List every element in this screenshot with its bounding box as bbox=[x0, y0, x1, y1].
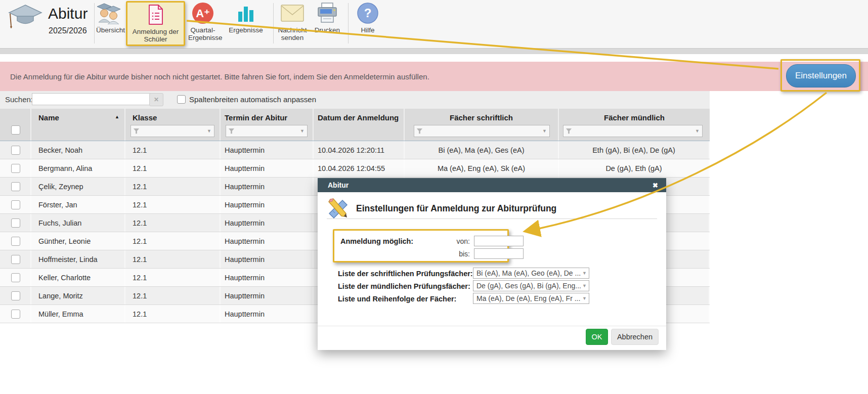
dialog-titlebar: Abitur ✖ bbox=[318, 178, 666, 192]
column-header-select bbox=[0, 109, 31, 141]
toolbar-item-uebersicht[interactable]: Übersicht bbox=[96, 1, 121, 34]
cell-klasse: 12.1 bbox=[125, 178, 221, 195]
column-header-faecher-muendlich[interactable]: Fächer mündlich ▼ bbox=[559, 109, 710, 141]
cell-name: Hoffmeister, Linda bbox=[31, 250, 125, 268]
anmeldung-von-input[interactable] bbox=[474, 236, 524, 246]
chevron-down-icon: ▼ bbox=[582, 296, 587, 301]
row-checkbox[interactable] bbox=[11, 255, 20, 264]
row-checkbox[interactable] bbox=[11, 291, 20, 300]
cell-name: Keller, Charlotte bbox=[31, 269, 125, 286]
chevron-down-icon: ▼ bbox=[300, 128, 305, 134]
header-bottom-strip bbox=[0, 49, 868, 54]
search-label: Suchen: bbox=[5, 95, 33, 104]
chevron-down-icon: ▼ bbox=[542, 128, 547, 134]
cell-schriftlich: Ma (eA), Eng (eA), Sk (eA) bbox=[405, 159, 559, 177]
row-checkbox[interactable] bbox=[11, 200, 20, 209]
muendlich-faecher-select[interactable]: De (gA), Ges (gA), Bi (gA), Eng... ▼ bbox=[473, 280, 589, 291]
select-all-checkbox[interactable] bbox=[11, 125, 20, 135]
reihenfolge-faecher-select[interactable]: Ma (eA), De (eA), Eng (eA), Fr ... ▼ bbox=[473, 293, 589, 304]
cell-schriftlich: Bi (eA), Ma (eA), Ges (eA) bbox=[405, 141, 559, 159]
toolbar-item-anmeldung-der-schueler[interactable]: Anmeldung der Schüler bbox=[126, 1, 185, 46]
row-checkbox[interactable] bbox=[11, 146, 20, 155]
cell-termin: Haupttermin bbox=[221, 287, 314, 304]
table-header: Name ▲ Klasse ▼ Termin der Abitur ▼ Datu… bbox=[0, 109, 710, 141]
settings-dialog: Abitur ✖ Einstellungen für Anmeldung zur… bbox=[318, 178, 666, 350]
bar-chart-icon bbox=[227, 1, 265, 25]
abbrechen-button[interactable]: Abbrechen bbox=[611, 329, 659, 345]
cell-klasse: 12.1 bbox=[125, 269, 221, 286]
clear-icon: ✕ bbox=[154, 96, 159, 103]
column-header-klasse[interactable]: Klasse ▼ bbox=[125, 109, 221, 141]
row-checkbox[interactable] bbox=[11, 182, 20, 191]
close-icon: ✖ bbox=[653, 182, 658, 189]
filter-termin[interactable]: ▼ bbox=[226, 125, 308, 137]
dialog-heading: Einstellungen für Anmeldung zur Abiturpr… bbox=[356, 203, 556, 214]
dialog-heading-row: Einstellungen für Anmeldung zur Abiturpr… bbox=[327, 198, 556, 218]
abitur-window: Abitur 2025/2026 Übersicht bbox=[0, 0, 868, 394]
muendlich-select-label: Liste der mündlichen Prüfungsfächer: bbox=[338, 282, 470, 290]
cell-termin: Haupttermin bbox=[221, 178, 314, 195]
cell-klasse: 12.1 bbox=[125, 232, 221, 250]
anmeldung-bis-input[interactable] bbox=[474, 248, 524, 259]
dialog-title: Abitur bbox=[328, 181, 349, 189]
toolbar-item-hilfe[interactable]: ? Hilfe bbox=[356, 1, 380, 34]
schriftlich-select-label: Liste der schriftlichen Prüfungsfächer: bbox=[338, 270, 473, 278]
toolbar-divider bbox=[348, 3, 349, 43]
toolbar-item-ergebnisse[interactable]: Ergebnisse bbox=[227, 1, 265, 34]
students-icon bbox=[96, 1, 121, 25]
filter-klasse[interactable]: ▼ bbox=[131, 125, 214, 137]
toolbar-item-quartal-ergebnisse[interactable]: A⁺ Quartal-Ergebnisse bbox=[188, 1, 218, 41]
chevron-down-icon: ▼ bbox=[582, 271, 587, 276]
chevron-down-icon: ▼ bbox=[695, 128, 700, 134]
toolbar-item-label: Nachricht senden bbox=[276, 26, 309, 41]
funnel-icon bbox=[566, 128, 572, 135]
svg-text:?: ? bbox=[364, 6, 372, 20]
cell-datum: 10.04.2026 12:04:55 bbox=[314, 159, 405, 177]
column-header-termin[interactable]: Termin der Abitur ▼ bbox=[221, 109, 314, 141]
annotation-highlight-anmeldetermin: Anmeldung möglich: von: bis: bbox=[333, 229, 509, 262]
search-band: Suchen: ✕ Spaltenbreiten automatisch anp… bbox=[0, 91, 710, 109]
clear-search-button[interactable]: ✕ bbox=[149, 93, 163, 106]
grade-badge-icon: A⁺ bbox=[188, 1, 218, 25]
ok-button[interactable]: OK bbox=[586, 329, 608, 345]
cell-klasse: 12.1 bbox=[125, 305, 221, 323]
bis-label: bis: bbox=[450, 250, 470, 258]
table-row[interactable]: Bergmann, Alina 12.1 Haupttermin 10.04.2… bbox=[0, 159, 710, 178]
row-checkbox[interactable] bbox=[11, 218, 20, 228]
einstellungen-button[interactable]: Einstellungen bbox=[786, 64, 856, 87]
search-input[interactable] bbox=[32, 93, 151, 105]
cell-muendlich: Eth (gA), Bi (eA), De (gA) bbox=[559, 141, 710, 159]
toolbar-item-label: Drucken bbox=[312, 26, 343, 34]
row-checkbox[interactable] bbox=[11, 273, 20, 282]
cell-termin: Haupttermin bbox=[221, 141, 314, 159]
row-checkbox[interactable] bbox=[11, 237, 20, 246]
toolbar-item-label: Ergebnisse bbox=[227, 26, 265, 34]
cell-name: Bergmann, Alina bbox=[31, 159, 125, 177]
pencil-ruler-icon bbox=[327, 198, 349, 218]
cell-termin: Haupttermin bbox=[221, 269, 314, 286]
filter-faecher-muendlich[interactable]: ▼ bbox=[563, 125, 703, 137]
cell-klasse: 12.1 bbox=[125, 159, 221, 177]
filter-faecher-schriftlich[interactable]: ▼ bbox=[414, 125, 550, 137]
chevron-down-icon: ▼ bbox=[207, 128, 211, 134]
cell-termin: Haupttermin bbox=[221, 305, 314, 323]
svg-text:A⁺: A⁺ bbox=[196, 7, 210, 20]
cell-name: Fuchs, Julian bbox=[31, 214, 125, 232]
column-header-datum[interactable]: Datum der Anmeldung bbox=[314, 109, 405, 141]
toolbar-item-nachricht-senden[interactable]: Nachricht senden bbox=[276, 1, 309, 41]
toolbar-item-drucken[interactable]: Drucken bbox=[312, 1, 343, 34]
table-row[interactable]: Becker, Noah 12.1 Haupttermin 10.04.2026… bbox=[0, 141, 710, 159]
column-header-faecher-schriftlich[interactable]: Fächer schriftlich ▼ bbox=[405, 109, 559, 141]
dialog-close-button[interactable]: ✖ bbox=[653, 182, 658, 189]
cell-termin: Haupttermin bbox=[221, 159, 314, 177]
column-header-name[interactable]: Name ▲ bbox=[31, 109, 125, 141]
schriftlich-faecher-select[interactable]: Bi (eA), Ma (eA), Geo (eA), De ... ▼ bbox=[473, 268, 589, 279]
row-checkbox[interactable] bbox=[11, 310, 20, 319]
row-checkbox[interactable] bbox=[11, 164, 20, 173]
dialog-divider bbox=[327, 218, 657, 219]
notification-bar: Die Anmeldung für die Abitur wurde bishe… bbox=[0, 62, 868, 91]
auto-width-checkbox[interactable] bbox=[177, 95, 186, 104]
anmeldung-moeglich-label: Anmeldung möglich: bbox=[340, 237, 413, 245]
toolbar-item-label: Anmeldung der Schüler bbox=[127, 28, 184, 43]
cell-name: Förster, Jan bbox=[31, 196, 125, 213]
